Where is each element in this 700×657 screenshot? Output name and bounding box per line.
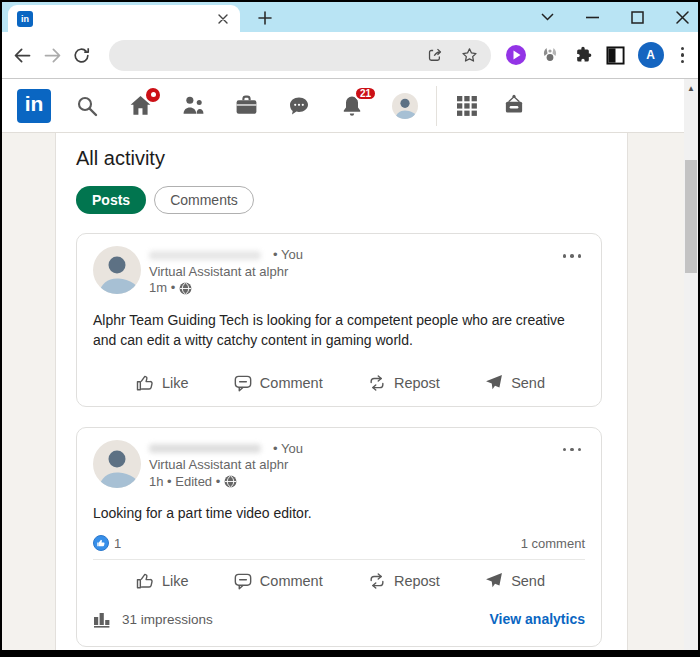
- post-author-headline: Virtual Assistant at alphr: [149, 457, 303, 474]
- browser-menu-icon[interactable]: [677, 47, 689, 64]
- reload-button[interactable]: [69, 42, 94, 68]
- browser-tab[interactable]: in: [8, 5, 240, 32]
- post-author-you-badge: • You: [273, 247, 303, 264]
- notifications-bell-icon[interactable]: 21: [339, 93, 365, 119]
- post-actions: Like Comment Repost Send: [93, 560, 585, 602]
- page-title: All activity: [76, 147, 602, 170]
- comment-button[interactable]: Comment: [233, 571, 323, 591]
- scrollbar-thumb[interactable]: [685, 160, 697, 273]
- page-area: ▲ in: [2, 79, 698, 650]
- address-bar[interactable]: [109, 40, 490, 71]
- browser-window: in: [2, 2, 698, 650]
- post-text: Alphr Team Guiding Tech is looking for a…: [93, 310, 585, 350]
- my-network-icon[interactable]: [180, 93, 206, 119]
- hands-extension-icon[interactable]: [540, 45, 560, 65]
- view-analytics-link[interactable]: View analytics: [490, 611, 585, 627]
- dark-mode-extension-icon[interactable]: [606, 46, 625, 65]
- extensions-puzzle-icon[interactable]: [573, 45, 593, 65]
- social-counts-row: 1 1 comment: [93, 535, 585, 551]
- comments-count[interactable]: 1 comment: [521, 536, 585, 551]
- post-options-icon[interactable]: [559, 444, 586, 456]
- post-author-name-redacted[interactable]: [149, 251, 261, 260]
- like-reaction-icon: [93, 535, 109, 551]
- home-notification-dot: [146, 88, 160, 102]
- analytics-bars-icon: [93, 610, 111, 628]
- post-author-avatar[interactable]: [93, 440, 141, 488]
- close-window-button[interactable]: [675, 10, 690, 25]
- video-extension-icon[interactable]: [505, 44, 527, 66]
- scrollbar-up-arrow[interactable]: ▲: [684, 81, 698, 95]
- activity-panel: All activity Posts Comments: [55, 133, 628, 650]
- post-options-icon[interactable]: [559, 250, 586, 262]
- post-time: 1h • Edited •: [149, 474, 220, 491]
- repost-button[interactable]: Repost: [367, 571, 440, 591]
- repost-button[interactable]: Repost: [367, 373, 440, 393]
- share-icon[interactable]: [426, 46, 444, 64]
- for-business-grid-icon[interactable]: [454, 93, 480, 119]
- jobs-icon[interactable]: [233, 93, 259, 119]
- like-button[interactable]: Like: [135, 571, 189, 591]
- post-text: Looking for a part time video editor.: [93, 503, 585, 523]
- post-card-2: • You Virtual Assistant at alphr 1h • Ed…: [76, 427, 602, 648]
- extensions-row: A: [505, 42, 689, 68]
- back-button[interactable]: [10, 42, 35, 68]
- globe-visibility-icon: [224, 475, 237, 488]
- tab-strip: in: [2, 2, 698, 32]
- messaging-icon[interactable]: [286, 93, 312, 119]
- linkedin-navbar: in 21: [2, 79, 684, 133]
- browser-toolbar: A: [2, 32, 698, 79]
- tab-search-chevron-icon[interactable]: [540, 10, 555, 25]
- notification-count-badge: 21: [354, 86, 377, 101]
- post-card-1: • You Virtual Assistant at alphr 1m •: [76, 233, 602, 407]
- impressions-count: 31 impressions: [122, 612, 213, 627]
- filter-posts-button[interactable]: Posts: [76, 186, 146, 214]
- new-tab-button[interactable]: [256, 9, 273, 26]
- forward-button[interactable]: [40, 42, 65, 68]
- post-actions: Like Comment Repost Send: [93, 362, 585, 404]
- post-author-headline: Virtual Assistant at alphr: [149, 264, 303, 281]
- reactions-count[interactable]: 1: [93, 535, 121, 551]
- maximize-button[interactable]: [630, 10, 645, 25]
- activity-filters: Posts Comments: [76, 186, 602, 214]
- post-time: 1m •: [149, 280, 175, 297]
- linkedin-logo[interactable]: in: [17, 89, 51, 123]
- tab-close-icon[interactable]: [215, 11, 231, 27]
- home-icon[interactable]: [127, 93, 153, 119]
- filter-comments-button[interactable]: Comments: [154, 186, 254, 214]
- search-icon[interactable]: [74, 93, 100, 119]
- send-button[interactable]: Send: [484, 373, 545, 393]
- globe-visibility-icon: [179, 282, 192, 295]
- post-author-you-badge: • You: [273, 441, 303, 458]
- post-author-avatar[interactable]: [93, 246, 141, 294]
- nav-divider: [436, 86, 437, 126]
- like-button[interactable]: Like: [135, 373, 189, 393]
- post-author-name-redacted[interactable]: [149, 444, 261, 453]
- me-avatar[interactable]: [392, 93, 418, 119]
- browser-profile-avatar[interactable]: A: [638, 42, 664, 68]
- minimize-button[interactable]: [585, 10, 600, 25]
- impressions-row: 31 impressions View analytics: [93, 602, 585, 644]
- send-button[interactable]: Send: [484, 571, 545, 591]
- linkedin-favicon: in: [17, 11, 33, 27]
- linkedin-page-body: All activity Posts Comments: [2, 133, 698, 650]
- bookmark-star-icon[interactable]: [460, 46, 479, 65]
- advertise-icon[interactable]: [501, 93, 527, 119]
- comment-button[interactable]: Comment: [233, 373, 323, 393]
- window-controls: [540, 5, 690, 29]
- page-scrollbar[interactable]: ▲: [684, 79, 698, 650]
